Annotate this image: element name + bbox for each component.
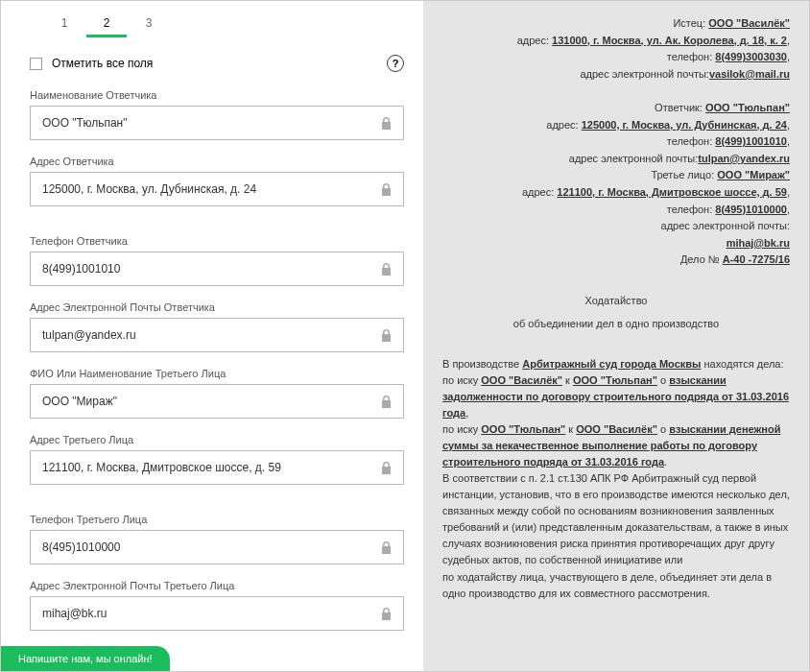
defendant-address-input[interactable] xyxy=(31,173,381,205)
third-email-label: Адрес Электронной Почты Третьего Лица xyxy=(30,580,404,591)
third-phone-input[interactable] xyxy=(31,531,381,564)
third-address-label: Адрес Третьего Лица xyxy=(30,434,404,445)
third-phone-label: Телефон Третьего Лица xyxy=(30,514,404,525)
doc-title: Ходатайство xyxy=(442,293,790,309)
tab-2[interactable]: 2 xyxy=(86,11,127,36)
lock-icon xyxy=(381,608,403,620)
defendant-email-label: Адрес Электронной Почты Ответчика xyxy=(30,301,404,313)
lock-icon xyxy=(381,462,403,474)
defendant-phone-input[interactable] xyxy=(31,252,381,285)
tab-3[interactable]: 3 xyxy=(129,11,169,36)
lock-icon xyxy=(381,396,403,408)
defendant-phone-label: Телефон Ответчика xyxy=(30,235,404,247)
check-all-label: Отметить все поля xyxy=(52,57,153,70)
third-name-label: ФИО Или Наименование Третьего Лица xyxy=(30,368,404,379)
chat-widget[interactable]: Напишите нам, мы онлайн! xyxy=(1,646,170,671)
lock-icon xyxy=(381,263,403,276)
defendant-name-input[interactable] xyxy=(31,107,381,139)
third-email-input[interactable] xyxy=(31,597,381,630)
lock-icon xyxy=(381,183,403,196)
lock-icon xyxy=(381,117,403,130)
lock-icon xyxy=(381,541,403,554)
check-all-checkbox[interactable] xyxy=(30,58,42,70)
document-preview: Истец: ООО "Василёк" адрес: 131000, г. М… xyxy=(423,1,809,671)
third-address-input[interactable] xyxy=(31,451,381,484)
third-name-input[interactable] xyxy=(31,385,381,418)
defendant-address-label: Адрес Ответчика xyxy=(30,156,404,167)
lock-icon xyxy=(381,329,403,342)
doc-body: В производстве Арбитражный суд города Мо… xyxy=(442,356,790,602)
doc-subtitle: об объединении дел в одно производство xyxy=(442,316,790,332)
help-icon[interactable]: ? xyxy=(387,55,404,72)
tab-1[interactable]: 1 xyxy=(44,11,84,36)
defendant-email-input[interactable] xyxy=(31,319,381,351)
defendant-name-label: Наименование Ответчика xyxy=(30,89,404,101)
step-tabs: 1 2 3 xyxy=(44,11,404,36)
